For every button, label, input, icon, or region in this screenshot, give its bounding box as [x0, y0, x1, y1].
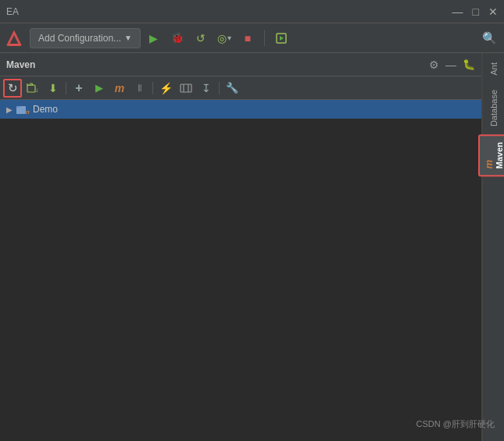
svg-marker-3 — [280, 36, 284, 41]
maven-toolbar: ↻ ↓ ⬇ + ▶ m ⫴ — [0, 76, 481, 100]
maven-tab[interactable]: m Maven — [478, 134, 504, 176]
main-toolbar: Add Configuration... ▼ ▶ 🐞 ↺ ◎▾ ■ 🔍 — [0, 23, 504, 53]
maven-add-project-button[interactable]: ↓ — [23, 79, 42, 98]
run-button[interactable]: ▶ — [144, 28, 164, 48]
maven-refresh-button[interactable]: ↻ — [3, 79, 22, 98]
tree-item-demo[interactable]: ▶ m Demo — [0, 100, 481, 119]
maven-skip-button[interactable]: ↧ — [197, 79, 216, 98]
maven-m-button[interactable]: m — [110, 79, 129, 98]
panel-header: Maven ⚙ — 🐛 — [0, 53, 481, 76]
maven-panel: Maven ⚙ — 🐛 ↻ ↓ — [0, 53, 482, 441]
minimize-button[interactable]: — — [452, 6, 463, 17]
maven-settings-button[interactable]: 🔧 — [223, 79, 241, 98]
maven-add-button[interactable]: + — [70, 79, 88, 98]
svg-rect-4 — [27, 85, 35, 92]
maven-toolbar-sep-1 — [66, 82, 66, 94]
title-bar: EA — □ ✕ — [0, 0, 504, 23]
watermark: CSDN @肝到肝硬化 — [416, 418, 495, 430]
profile-button[interactable]: ◎▾ — [214, 28, 234, 48]
maven-tab-m-icon: m — [483, 142, 495, 169]
maximize-button[interactable]: □ — [473, 6, 479, 17]
svg-text:m: m — [26, 108, 30, 115]
main-area: Maven ⚙ — 🐛 ↻ ↓ — [0, 53, 504, 441]
maven-toolbar-sep-2 — [152, 82, 153, 94]
ant-tab[interactable]: Ant — [486, 56, 502, 82]
title-bar-buttons: — □ ✕ — [452, 6, 498, 17]
run-coverage-button[interactable] — [271, 28, 291, 48]
debug-button[interactable]: 🐞 — [167, 28, 188, 48]
toolbar-separator — [264, 30, 265, 46]
panel-title: Maven — [6, 59, 35, 70]
svg-text:↓: ↓ — [35, 86, 39, 94]
svg-rect-6 — [181, 84, 191, 92]
coverage-button[interactable]: ↺ — [191, 28, 211, 48]
maven-skip-tests-button[interactable] — [177, 79, 195, 98]
collapse-icon[interactable]: — — [445, 59, 456, 71]
maven-generate-button[interactable]: ⚡ — [156, 79, 175, 98]
add-configuration-button[interactable]: Add Configuration... ▼ — [30, 28, 141, 48]
maven-download-button[interactable]: ⬇ — [44, 79, 63, 98]
side-tabs: Ant Database m Maven — [482, 53, 504, 441]
settings-icon[interactable]: ⚙ — [429, 59, 439, 71]
maven-parallel-button[interactable]: ⫴ — [130, 79, 149, 98]
tree-area: ▶ m Demo — [0, 100, 481, 441]
tree-item-collapse-icon: ▶ — [6, 105, 13, 114]
close-button[interactable]: ✕ — [488, 6, 498, 17]
search-button[interactable]: 🔍 — [479, 28, 499, 48]
app-title: EA — [6, 6, 19, 17]
tree-item-maven-icon: m — [16, 104, 30, 115]
maven-run-button[interactable]: ▶ — [90, 79, 109, 98]
tree-item-label: Demo — [33, 104, 58, 115]
maven-toolbar-sep-3 — [219, 82, 220, 94]
bug-icon[interactable]: 🐛 — [463, 59, 475, 71]
panel-header-icons: ⚙ — 🐛 — [429, 59, 475, 71]
database-tab[interactable]: Database — [486, 84, 502, 133]
app-logo — [5, 29, 23, 48]
stop-button[interactable]: ■ — [238, 28, 258, 48]
